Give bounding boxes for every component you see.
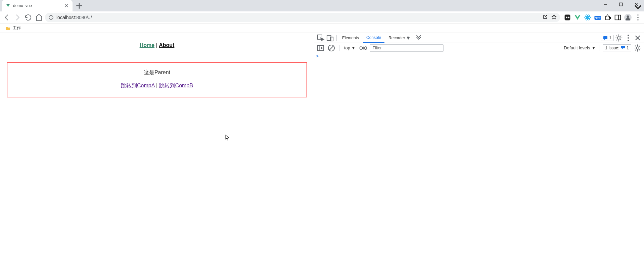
svg-point-23 [628, 37, 629, 39]
svg-point-14 [637, 14, 639, 16]
maximize-button[interactable] [613, 0, 629, 9]
svg-rect-28 [621, 46, 625, 48]
extension-icon-1[interactable] [563, 13, 571, 21]
comp-b-link[interactable]: 跳转到CompB [159, 83, 193, 88]
bookmarks-bar: 工作 [0, 24, 644, 33]
url-path: :8080/#/ [75, 15, 92, 20]
mouse-cursor-icon [225, 134, 230, 142]
parent-links-separator: | [155, 83, 159, 88]
badge-count: 1 [609, 36, 611, 40]
console-message-badge[interactable]: 1 [601, 35, 614, 41]
devtools-header: Elements Console Recorder 1 [314, 33, 644, 43]
svg-point-16 [637, 19, 639, 20]
console-output[interactable]: > [314, 53, 644, 271]
svg-point-29 [636, 47, 639, 49]
forward-button[interactable] [13, 13, 22, 22]
profile-avatar-icon[interactable] [624, 13, 632, 21]
levels-label: Default levels [564, 45, 590, 50]
clear-console-icon[interactable] [327, 44, 336, 52]
svg-point-24 [628, 40, 629, 41]
device-toolbar-icon[interactable] [326, 34, 334, 42]
tab-elements[interactable]: Elements [339, 33, 362, 43]
vue-favicon-icon [5, 3, 11, 8]
issues-count: 1 [627, 46, 629, 50]
devtools-menu-icon[interactable] [624, 34, 633, 42]
console-settings-icon[interactable] [633, 44, 642, 52]
console-filter-input[interactable] [370, 44, 444, 52]
parent-container: 这是Parent 跳转到CompA | 跳转到CompB [7, 62, 307, 97]
browser-tab[interactable]: demo_vue [2, 0, 73, 11]
tab-console[interactable]: Console [363, 33, 384, 43]
svg-point-22 [628, 35, 629, 36]
folder-icon [5, 26, 11, 31]
vue-devtools-icon[interactable] [573, 13, 582, 21]
site-info-icon[interactable] [48, 15, 54, 20]
parent-title: 这是Parent [7, 69, 307, 76]
bookmark-folder[interactable]: 工作 [3, 24, 23, 32]
svg-text:New: New [595, 16, 601, 19]
minimize-button[interactable] [598, 0, 613, 9]
close-window-button[interactable] [629, 0, 644, 9]
devtools-close-icon[interactable] [633, 34, 642, 42]
about-link[interactable]: About [159, 42, 174, 48]
svg-rect-0 [619, 3, 623, 6]
svg-point-13 [627, 15, 629, 18]
app-nav: Home | About [0, 42, 314, 48]
context-label: top [344, 45, 350, 50]
issues-label: 1 Issue: [605, 46, 619, 50]
home-link[interactable]: Home [140, 42, 154, 48]
devtools-settings-icon[interactable] [614, 34, 623, 42]
svg-point-15 [637, 17, 639, 18]
svg-point-4 [568, 16, 569, 18]
browser-toolbar: localhost:8080/#/ New [0, 11, 644, 24]
url-host: localhost [56, 15, 75, 20]
live-expression-icon[interactable] [359, 44, 368, 52]
url-text: localhost:8080/#/ [56, 15, 92, 20]
bookmark-label: 工作 [13, 25, 21, 31]
console-filter-bar: top ▼ Default levels ▼ 1 Issue: 1 [314, 43, 644, 53]
svg-rect-20 [603, 36, 607, 39]
tab-strip: demo_vue [0, 0, 644, 11]
extensions-area: New [561, 13, 642, 21]
svg-point-5 [587, 17, 588, 18]
side-panel-icon[interactable] [614, 13, 622, 21]
tab-recorder-label: Recorder [388, 36, 405, 40]
comp-a-link[interactable]: 跳转到CompA [121, 83, 154, 88]
svg-point-3 [566, 16, 567, 18]
execution-context-selector[interactable]: top ▼ [343, 45, 357, 51]
page-viewport: Home | About 这是Parent 跳转到CompA | 跳转到Comp… [0, 33, 314, 271]
react-devtools-icon[interactable] [584, 13, 592, 21]
console-sidebar-toggle-icon[interactable] [316, 44, 325, 52]
tab-recorder[interactable]: Recorder [385, 33, 414, 43]
console-prompt: > [316, 54, 319, 58]
more-tabs-icon[interactable] [414, 34, 423, 42]
chrome-menu-icon[interactable] [634, 13, 642, 21]
tab-close-icon[interactable] [64, 3, 69, 8]
home-nav-button[interactable] [34, 13, 44, 22]
extension-new-icon[interactable]: New [594, 13, 602, 21]
new-tab-button[interactable] [75, 1, 84, 10]
devtools-panel: Elements Console Recorder 1 top ▼ [314, 33, 644, 271]
address-bar[interactable]: localhost:8080/#/ [45, 13, 560, 22]
svg-point-21 [617, 37, 620, 39]
dropdown-triangle-icon: ▼ [351, 45, 356, 50]
message-icon [620, 45, 625, 51]
nav-separator: | [154, 42, 159, 48]
log-levels-selector[interactable]: Default levels ▼ [564, 45, 596, 50]
issues-badge[interactable]: 1 Issue: 1 [603, 44, 631, 51]
bookmark-star-icon[interactable] [551, 14, 557, 20]
inspect-element-icon[interactable] [316, 34, 325, 42]
back-button[interactable] [2, 13, 11, 22]
share-icon[interactable] [543, 14, 548, 20]
extensions-puzzle-icon[interactable] [604, 13, 612, 21]
svg-rect-11 [615, 15, 621, 19]
tab-title: demo_vue [13, 3, 61, 8]
window-controls [598, 0, 644, 9]
reload-button[interactable] [24, 13, 33, 22]
dropdown-triangle-icon: ▼ [591, 45, 596, 50]
parent-links: 跳转到CompA | 跳转到CompB [7, 82, 307, 89]
